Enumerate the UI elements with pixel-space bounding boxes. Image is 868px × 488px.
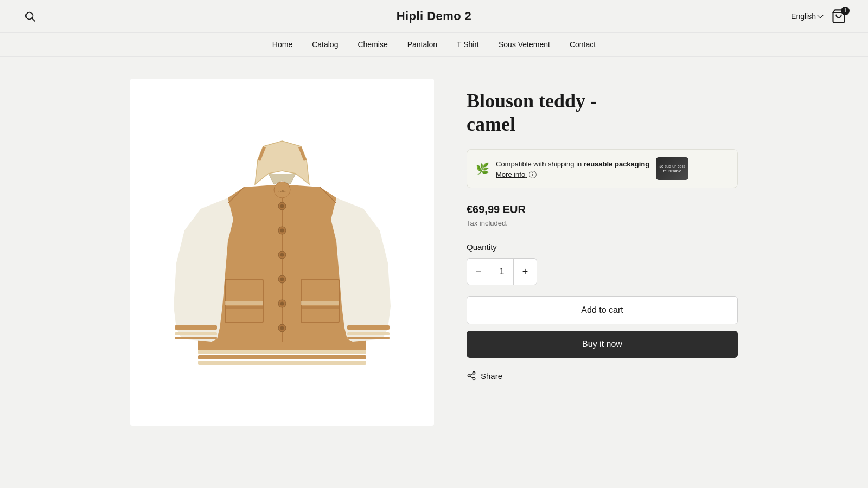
main-content: celia Blouson teddy - camel 🌿 Compatible… [108, 57, 760, 447]
svg-rect-12 [198, 361, 366, 365]
svg-point-15 [280, 204, 284, 208]
svg-rect-9 [198, 342, 366, 348]
reusable-packaging-banner: 🌿 Compatible with shipping in reusable p… [467, 149, 738, 188]
svg-line-38 [470, 374, 473, 375]
buy-now-button[interactable]: Buy it now [467, 331, 738, 358]
reusable-card-image: Je suis un colis réutilisable [656, 157, 688, 180]
svg-rect-6 [347, 325, 390, 330]
language-selector[interactable]: English [791, 12, 822, 21]
add-to-cart-button[interactable]: Add to cart [467, 296, 738, 324]
share-button[interactable]: Share [467, 371, 502, 381]
svg-rect-3 [175, 325, 217, 330]
product-title: Blouson teddy - camel [467, 89, 738, 136]
nav-item-tshirt[interactable]: T Shirt [457, 40, 479, 49]
quantity-value: 1 [490, 259, 514, 285]
svg-rect-4 [175, 332, 217, 335]
svg-rect-30 [301, 301, 339, 305]
search-icon [24, 10, 36, 22]
product-details: Blouson teddy - camel 🌿 Compatible with … [467, 79, 738, 381]
cart-badge: 1 [841, 7, 850, 15]
info-circle-icon: i [529, 171, 537, 178]
svg-line-1 [32, 18, 35, 21]
site-header: Hipli Demo 2 English 1 [0, 0, 868, 33]
product-image: celia [130, 79, 434, 426]
banner-more-info-link[interactable]: More info i [496, 170, 649, 179]
tax-info: Tax included. [467, 219, 738, 227]
site-logo-area: Hipli Demo 2 [397, 9, 472, 23]
svg-rect-5 [175, 337, 217, 339]
svg-rect-11 [198, 355, 366, 359]
svg-point-21 [280, 278, 284, 281]
svg-rect-27 [225, 301, 263, 305]
leaf-icon: 🌿 [476, 162, 489, 175]
svg-text:celia: celia [278, 189, 286, 194]
quantity-increase-button[interactable]: + [514, 259, 537, 285]
product-price: €69,99 EUR [467, 203, 738, 216]
product-image-container: celia [130, 79, 434, 426]
share-icon [467, 371, 476, 381]
share-label: Share [481, 371, 502, 381]
nav-item-contact[interactable]: Contact [570, 40, 596, 49]
svg-point-17 [280, 229, 284, 233]
header-right: English 1 [791, 9, 846, 24]
svg-rect-7 [347, 332, 390, 335]
search-button[interactable] [22, 8, 38, 24]
nav-item-chemise[interactable]: Chemise [358, 40, 387, 49]
svg-rect-8 [347, 337, 390, 339]
svg-rect-28 [225, 306, 263, 309]
quantity-label: Quantity [467, 242, 738, 252]
header-left [22, 8, 38, 24]
svg-point-25 [280, 326, 284, 330]
svg-rect-31 [301, 306, 339, 309]
svg-point-23 [280, 302, 284, 306]
site-title: Hipli Demo 2 [397, 9, 472, 23]
nav-item-sous-vetement[interactable]: Sous Vetement [499, 40, 550, 49]
cart-button[interactable]: 1 [831, 9, 846, 24]
language-label: English [791, 12, 816, 21]
nav-item-catalog[interactable]: Catalog [312, 40, 338, 49]
chevron-down-icon [817, 12, 823, 18]
quantity-control: − 1 + [467, 258, 537, 285]
svg-line-37 [470, 377, 473, 378]
banner-text-content: Compatible with shipping in reusable pac… [496, 159, 649, 179]
product-jacket-svg: celia [168, 100, 396, 404]
quantity-decrease-button[interactable]: − [467, 259, 490, 285]
svg-point-19 [280, 253, 284, 257]
main-nav: Home Catalog Chemise Pantalon T Shirt So… [0, 33, 868, 57]
nav-item-pantalon[interactable]: Pantalon [407, 40, 437, 49]
svg-rect-10 [198, 350, 366, 354]
nav-item-home[interactable]: Home [272, 40, 292, 49]
banner-description: Compatible with shipping in reusable pac… [496, 159, 649, 169]
